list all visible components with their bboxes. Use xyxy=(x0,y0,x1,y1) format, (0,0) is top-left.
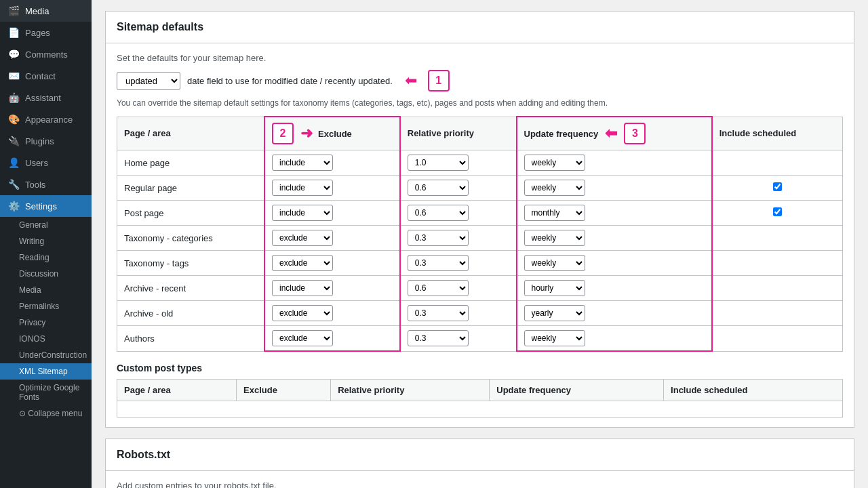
robots-desc: Add custom entries to your robots.txt fi… xyxy=(117,481,843,488)
assistant-icon: 🤖 xyxy=(8,92,20,103)
cell-page: Authors xyxy=(117,326,265,352)
sidebar-item-tools[interactable]: 🔧 Tools xyxy=(0,174,92,195)
sidebar-sub-ionos[interactable]: IONOS xyxy=(0,331,92,347)
priority-select[interactable]: 0.10.20.30.40.50.60.70.80.91.0 xyxy=(408,330,469,346)
cell-include-scheduled xyxy=(712,326,843,352)
cpt-col-priority: Relative priority xyxy=(331,380,490,401)
sidebar-sub-optimize-google-fonts[interactable]: Optimize Google Fonts xyxy=(0,380,92,405)
sidebar-item-users[interactable]: 👤 Users xyxy=(0,152,92,174)
callout-3: 3 xyxy=(624,123,646,144)
include-scheduled-checkbox[interactable] xyxy=(773,182,782,191)
sitemap-defaults-title: Sitemap defaults xyxy=(106,12,854,43)
update-select[interactable]: alwayshourlydailyweeklymonthlyyearlyneve… xyxy=(524,305,585,321)
exclude-select[interactable]: includeexclude xyxy=(272,205,333,221)
cpt-col-update: Update frequency xyxy=(490,380,664,401)
robots-title: Robots.txt xyxy=(106,439,854,471)
sidebar-collapse[interactable]: ⊙ Collapse menu xyxy=(0,405,92,422)
exclude-select[interactable]: includeexclude xyxy=(272,180,333,196)
sidebar-item-appearance[interactable]: 🎨 Appearance xyxy=(0,108,92,130)
callout-2: 2 xyxy=(272,123,294,144)
main-content: Sitemap defaults Set the defaults for yo… xyxy=(92,0,868,488)
media-icon: 🎬 xyxy=(8,5,20,16)
update-select[interactable]: alwayshourlydailyweeklymonthlyyearlyneve… xyxy=(524,330,585,346)
cell-exclude: includeexclude xyxy=(264,276,400,301)
cell-page: Post page xyxy=(117,201,265,226)
sidebar-item-pages[interactable]: 📄 Pages xyxy=(0,22,92,43)
sidebar-item-contact[interactable]: ✉️ Contact xyxy=(0,65,92,87)
cpt-col-page: Page / area xyxy=(117,380,237,401)
update-select[interactable]: alwayshourlydailyweeklymonthlyyearlyneve… xyxy=(524,155,585,171)
cell-priority: 0.10.20.30.40.50.60.70.80.91.0 xyxy=(400,276,517,301)
exclude-select[interactable]: includeexclude xyxy=(272,230,333,246)
exclude-select[interactable]: includeexclude xyxy=(272,305,333,321)
table-row: Taxonomy - tagsincludeexclude0.10.20.30.… xyxy=(117,251,843,276)
update-select[interactable]: alwayshourlydailyweeklymonthlyyearlyneve… xyxy=(524,280,585,296)
cell-exclude: includeexclude xyxy=(264,251,400,276)
tools-icon: 🔧 xyxy=(8,179,20,190)
arrow-1-icon: ⬅ xyxy=(405,73,417,88)
sidebar-item-settings[interactable]: ⚙️ Settings xyxy=(0,195,92,217)
cell-update: alwayshourlydailyweeklymonthlyyearlyneve… xyxy=(517,226,712,251)
table-row: Taxonomy - categoriesincludeexclude0.10.… xyxy=(117,226,843,251)
sidebar-item-comments[interactable]: 💬 Comments xyxy=(0,43,92,65)
sidebar-item-plugins[interactable]: 🔌 Plugins xyxy=(0,130,92,152)
sidebar-sub-privacy[interactable]: Privacy xyxy=(0,314,92,331)
priority-select[interactable]: 0.10.20.30.40.50.60.70.80.91.0 xyxy=(408,155,469,171)
arrow-2-icon: ➜ xyxy=(300,126,313,141)
priority-select[interactable]: 0.10.20.30.40.50.60.70.80.91.0 xyxy=(408,255,469,271)
priority-select[interactable]: 0.10.20.30.40.50.60.70.80.91.0 xyxy=(408,180,469,196)
custom-post-types: Custom post types Page / area Exclude Re… xyxy=(117,363,843,418)
cell-exclude: includeexclude xyxy=(264,201,400,226)
sidebar-sub-permalinks[interactable]: Permalinks xyxy=(0,298,92,314)
exclude-select[interactable]: includeexclude xyxy=(272,330,333,346)
cell-include-scheduled xyxy=(712,251,843,276)
table-row: Archive - recentincludeexclude0.10.20.30… xyxy=(117,276,843,301)
callout-1: 1 xyxy=(428,70,450,92)
col-relative-priority: Relative priority xyxy=(400,117,517,150)
sidebar-sub-general[interactable]: General xyxy=(0,217,92,233)
update-select[interactable]: alwayshourlydailyweeklymonthlyyearlyneve… xyxy=(524,255,585,271)
cell-update: alwayshourlydailyweeklymonthlyyearlyneve… xyxy=(517,276,712,301)
exclude-select[interactable]: includeexclude xyxy=(272,255,333,271)
priority-select[interactable]: 0.10.20.30.40.50.60.70.80.91.0 xyxy=(408,205,469,221)
cell-page: Taxonomy - categories xyxy=(117,226,265,251)
sidebar-sub-discussion[interactable]: Discussion xyxy=(0,266,92,282)
sidebar-sub-reading[interactable]: Reading xyxy=(0,249,92,266)
sidebar-sub-writing[interactable]: Writing xyxy=(0,233,92,249)
include-scheduled-checkbox[interactable] xyxy=(773,207,782,216)
exclude-select[interactable]: includeexclude xyxy=(272,280,333,296)
update-select[interactable]: alwayshourlydailyweeklymonthlyyearlyneve… xyxy=(524,230,585,246)
cell-include-scheduled xyxy=(712,201,843,226)
cell-update: alwayshourlydailyweeklymonthlyyearlyneve… xyxy=(517,176,712,201)
update-select[interactable]: alwayshourlydailyweeklymonthlyyearlyneve… xyxy=(524,180,585,196)
cell-exclude: includeexclude xyxy=(264,226,400,251)
sidebar-sub-media[interactable]: Media xyxy=(0,282,92,298)
col-page-area: Page / area xyxy=(117,117,265,150)
users-icon: 👤 xyxy=(8,157,20,168)
table-row: Archive - oldincludeexclude0.10.20.30.40… xyxy=(117,301,843,326)
sidebar-sub-xml-sitemap[interactable]: XML Sitemap xyxy=(0,363,92,380)
settings-icon: ⚙️ xyxy=(8,201,20,211)
cell-update: alwayshourlydailyweeklymonthlyyearlyneve… xyxy=(517,150,712,176)
update-select[interactable]: alwayshourlydailyweeklymonthlyyearlyneve… xyxy=(524,205,585,221)
cell-priority: 0.10.20.30.40.50.60.70.80.91.0 xyxy=(400,326,517,352)
sidebar-sub-underconstruction[interactable]: UnderConstruction xyxy=(0,347,92,363)
cell-priority: 0.10.20.30.40.50.60.70.80.91.0 xyxy=(400,301,517,326)
cpt-empty-row xyxy=(117,401,843,418)
exclude-select[interactable]: includeexclude xyxy=(272,155,333,171)
priority-select[interactable]: 0.10.20.30.40.50.60.70.80.91.0 xyxy=(408,230,469,246)
plugins-icon: 🔌 xyxy=(8,136,20,146)
set-defaults-desc: Set the defaults for your sitemap here. xyxy=(117,53,843,63)
custom-post-table: Page / area Exclude Relative priority Up… xyxy=(117,379,843,418)
cell-page: Home page xyxy=(117,150,265,176)
cell-update: alwayshourlydailyweeklymonthlyyearlyneve… xyxy=(517,301,712,326)
date-field-select[interactable]: updated published xyxy=(117,72,180,90)
col-exclude: 2 ➜ Exclude xyxy=(264,117,400,150)
cell-exclude: includeexclude xyxy=(264,301,400,326)
priority-select[interactable]: 0.10.20.30.40.50.60.70.80.91.0 xyxy=(408,280,469,296)
table-row: Post pageincludeexclude0.10.20.30.40.50.… xyxy=(117,201,843,226)
sidebar-item-assistant[interactable]: 🤖 Assistant xyxy=(0,87,92,108)
cell-priority: 0.10.20.30.40.50.60.70.80.91.0 xyxy=(400,251,517,276)
sidebar-item-media[interactable]: 🎬 Media xyxy=(0,0,92,22)
priority-select[interactable]: 0.10.20.30.40.50.60.70.80.91.0 xyxy=(408,305,469,321)
